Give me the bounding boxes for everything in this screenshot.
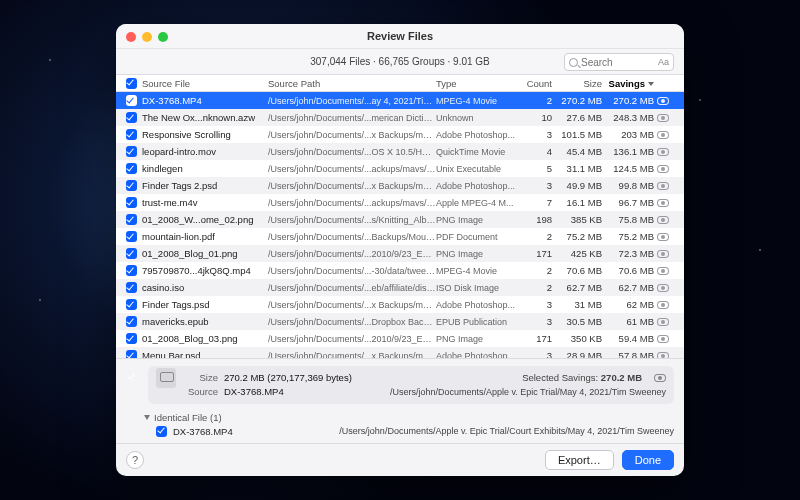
chevron-down-icon — [648, 82, 654, 86]
row-source-file: trust-me.m4v — [142, 197, 268, 208]
eye-icon[interactable] — [657, 182, 669, 190]
select-all-checkbox[interactable] — [126, 78, 137, 89]
row-source-file: Finder Tags 2.psd — [142, 180, 268, 191]
col-savings[interactable]: Savings — [602, 78, 654, 89]
eye-icon[interactable] — [657, 301, 669, 309]
eye-icon[interactable] — [657, 284, 669, 292]
col-type[interactable]: Type — [436, 78, 516, 89]
table-row[interactable]: casino.iso/Users/john/Documents/...eb/af… — [116, 279, 684, 296]
row-checkbox[interactable] — [126, 299, 137, 310]
row-source-file: 01_2008_W...ome_02.png — [142, 214, 268, 225]
table-row[interactable]: kindlegen/Users/john/Documents/...ackups… — [116, 160, 684, 177]
eye-icon[interactable] — [657, 318, 669, 326]
table-row[interactable]: trust-me.m4v/Users/john/Documents/...ack… — [116, 194, 684, 211]
row-type: EPUB Publication — [436, 317, 516, 327]
row-source-path: /Users/john/Documents/...x Backups/mavs/… — [268, 300, 436, 310]
table-row[interactable]: Finder Tags 2.psd/Users/john/Documents/.… — [116, 177, 684, 194]
row-type: MPEG-4 Movie — [436, 266, 516, 276]
row-checkbox[interactable] — [126, 129, 137, 140]
eye-icon[interactable] — [657, 114, 669, 122]
close-icon[interactable] — [126, 32, 136, 42]
row-source-file: mountain-lion.pdf — [142, 231, 268, 242]
row-checkbox[interactable] — [126, 180, 137, 191]
eye-icon[interactable] — [657, 148, 669, 156]
export-button[interactable]: Export… — [545, 450, 614, 470]
eye-icon[interactable] — [657, 199, 669, 207]
selected-savings: Selected Savings: 270.2 MB — [522, 372, 642, 383]
row-count: 10 — [516, 112, 552, 123]
row-type: Adobe Photoshop... — [436, 181, 516, 191]
table-row[interactable]: Responsive Scrolling/Users/john/Document… — [116, 126, 684, 143]
details-panel: Size 270.2 MB (270,177,369 bytes) Select… — [116, 358, 684, 408]
row-count: 7 — [516, 197, 552, 208]
case-toggle[interactable]: Aa — [658, 57, 669, 67]
done-button[interactable]: Done — [622, 450, 674, 470]
identical-file-entry[interactable]: DX-3768.MP4 /Users/john/Documents/Apple … — [144, 426, 674, 437]
row-checkbox[interactable] — [126, 231, 137, 242]
row-checkbox[interactable] — [126, 248, 137, 259]
eye-icon[interactable] — [657, 216, 669, 224]
row-savings: 62 MB — [602, 299, 654, 310]
row-type: Adobe Photoshop... — [436, 130, 516, 140]
minimize-icon[interactable] — [142, 32, 152, 42]
eye-icon[interactable] — [657, 335, 669, 343]
identical-header[interactable]: Identical File (1) — [144, 412, 674, 423]
row-checkbox[interactable] — [126, 214, 137, 225]
table-row[interactable]: Menu Bar.psd/Users/john/Documents/...x B… — [116, 347, 684, 357]
table-row[interactable]: Finder Tags.psd/Users/john/Documents/...… — [116, 296, 684, 313]
zoom-icon[interactable] — [158, 32, 168, 42]
row-checkbox[interactable] — [126, 350, 137, 357]
search-field[interactable]: Aa — [564, 53, 674, 71]
row-savings: 62.7 MB — [602, 282, 654, 293]
eye-icon[interactable] — [657, 267, 669, 275]
eye-icon[interactable] — [657, 97, 669, 105]
row-source-path: /Users/john/Documents/...2010/9/23_Entry… — [268, 249, 436, 259]
identical-checkbox[interactable] — [156, 426, 167, 437]
eye-icon[interactable] — [657, 352, 669, 358]
row-checkbox[interactable] — [126, 282, 137, 293]
search-input[interactable] — [581, 57, 641, 68]
row-savings: 124.5 MB — [602, 163, 654, 174]
table-row[interactable]: mountain-lion.pdf/Users/john/Documents/.… — [116, 228, 684, 245]
row-checkbox[interactable] — [126, 316, 137, 327]
eye-icon[interactable] — [657, 233, 669, 241]
row-savings: 70.6 MB — [602, 265, 654, 276]
col-source-file[interactable]: Source File — [140, 78, 268, 89]
file-list[interactable]: DX-3768.MP4/Users/john/Documents/...ay 4… — [116, 92, 684, 357]
row-checkbox[interactable] — [126, 265, 137, 276]
table-row[interactable]: 795709870...4jkQ8Q.mp4/Users/john/Docume… — [116, 262, 684, 279]
row-checkbox[interactable] — [126, 197, 137, 208]
table-row[interactable]: 01_2008_Blog_03.png/Users/john/Documents… — [116, 330, 684, 347]
eye-icon[interactable] — [654, 374, 666, 382]
table-row[interactable]: mavericks.epub/Users/john/Documents/...D… — [116, 313, 684, 330]
row-source-path: /Users/john/Documents/...x Backups/mavs/… — [268, 351, 436, 358]
identical-file-path: /Users/john/Documents/Apple v. Epic Tria… — [339, 426, 674, 436]
row-checkbox[interactable] — [126, 146, 137, 157]
row-savings: 99.8 MB — [602, 180, 654, 191]
row-source-file: 795709870...4jkQ8Q.mp4 — [142, 265, 268, 276]
row-checkbox[interactable] — [126, 95, 137, 106]
row-count: 3 — [516, 180, 552, 191]
size-value: 270.2 MB (270,177,369 bytes) — [224, 372, 352, 383]
row-checkbox[interactable] — [126, 112, 137, 123]
row-count: 3 — [516, 316, 552, 327]
eye-icon[interactable] — [657, 131, 669, 139]
row-type: PDF Document — [436, 232, 516, 242]
col-size[interactable]: Size — [552, 78, 602, 89]
row-source-path: /Users/john/Documents/...x Backups/mavs/… — [268, 130, 436, 140]
eye-icon[interactable] — [657, 165, 669, 173]
col-source-path[interactable]: Source Path — [268, 78, 436, 89]
row-size: 31.1 MB — [552, 163, 602, 174]
help-button[interactable]: ? — [126, 451, 144, 469]
disclosure-triangle-icon[interactable] — [144, 415, 150, 420]
col-count[interactable]: Count — [516, 78, 552, 89]
row-source-path: /Users/john/Documents/...OS X 10.5/HTML/… — [268, 147, 436, 157]
table-row[interactable]: DX-3768.MP4/Users/john/Documents/...ay 4… — [116, 92, 684, 109]
table-row[interactable]: 01_2008_Blog_01.png/Users/john/Documents… — [116, 245, 684, 262]
row-checkbox[interactable] — [126, 333, 137, 344]
row-checkbox[interactable] — [126, 163, 137, 174]
table-row[interactable]: The New Ox...nknown.azw/Users/john/Docum… — [116, 109, 684, 126]
eye-icon[interactable] — [657, 250, 669, 258]
table-row[interactable]: 01_2008_W...ome_02.png/Users/john/Docume… — [116, 211, 684, 228]
table-row[interactable]: leopard-intro.mov/Users/john/Documents/.… — [116, 143, 684, 160]
